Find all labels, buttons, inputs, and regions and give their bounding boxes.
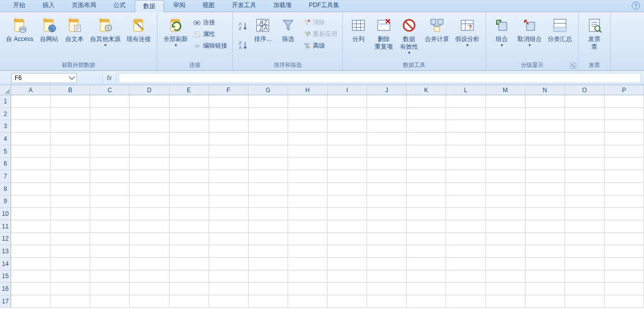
- cell-F10[interactable]: [209, 208, 249, 220]
- tab-2[interactable]: 页面布局: [64, 0, 104, 12]
- tab-5[interactable]: 审阅: [165, 0, 193, 12]
- cell-G6[interactable]: [249, 158, 288, 170]
- cell-L9[interactable]: [446, 196, 486, 208]
- row-header-9[interactable]: 9: [0, 196, 11, 208]
- cell-O11[interactable]: [565, 220, 605, 233]
- cell-M17[interactable]: [486, 295, 526, 308]
- connections-button[interactable]: 连接: [191, 17, 229, 28]
- cell-J15[interactable]: [367, 271, 407, 283]
- cell-N2[interactable]: [526, 108, 565, 121]
- cell-K7[interactable]: [407, 170, 446, 183]
- cell-D13[interactable]: [130, 245, 169, 258]
- cell-F7[interactable]: [209, 170, 249, 183]
- cell-K1[interactable]: [407, 95, 446, 108]
- cell-E12[interactable]: [170, 233, 209, 246]
- sort-az-button[interactable]: AZ: [237, 20, 249, 32]
- cell-C4[interactable]: [90, 133, 130, 145]
- cell-B4[interactable]: [51, 133, 90, 145]
- cell-C12[interactable]: [90, 233, 130, 246]
- cell-K11[interactable]: [407, 220, 446, 233]
- cell-K6[interactable]: [407, 158, 446, 170]
- cell-C9[interactable]: [90, 196, 130, 208]
- cell-B6[interactable]: [51, 158, 90, 170]
- cell-M2[interactable]: [486, 108, 526, 121]
- cell-P1[interactable]: [605, 95, 644, 108]
- cell-F12[interactable]: [209, 233, 249, 246]
- cell-L17[interactable]: [446, 295, 486, 308]
- data-validation-button[interactable]: 数据有效性▾: [396, 14, 422, 55]
- cell-M1[interactable]: [486, 95, 526, 108]
- cell-J5[interactable]: [367, 145, 407, 158]
- cell-L11[interactable]: [446, 220, 486, 233]
- group-button[interactable]: 组合▾: [489, 14, 514, 47]
- cell-I1[interactable]: [328, 95, 367, 108]
- cell-H2[interactable]: [288, 108, 328, 121]
- column-header-E[interactable]: E: [170, 85, 209, 95]
- cell-F17[interactable]: [209, 295, 249, 308]
- cell-K14[interactable]: [407, 258, 446, 271]
- cell-O7[interactable]: [565, 170, 605, 183]
- cell-A13[interactable]: [11, 245, 51, 258]
- row-header-15[interactable]: 15: [0, 271, 11, 283]
- cell-H13[interactable]: [288, 245, 328, 258]
- cell-O4[interactable]: [565, 133, 605, 145]
- cell-B13[interactable]: [51, 245, 90, 258]
- dialog-launcher-icon[interactable]: [570, 63, 576, 69]
- cell-L10[interactable]: [446, 208, 486, 220]
- cell-I2[interactable]: [328, 108, 367, 121]
- column-header-O[interactable]: O: [565, 85, 605, 95]
- column-header-G[interactable]: G: [249, 85, 288, 95]
- cell-B16[interactable]: [51, 283, 90, 295]
- filter-button[interactable]: 筛选: [275, 14, 301, 43]
- cell-E9[interactable]: [170, 196, 209, 208]
- cell-G13[interactable]: [249, 245, 288, 258]
- cell-J3[interactable]: [367, 120, 407, 133]
- cell-M14[interactable]: [486, 258, 526, 271]
- cell-F6[interactable]: [209, 158, 249, 170]
- column-header-B[interactable]: B: [51, 85, 90, 95]
- column-header-A[interactable]: A: [11, 85, 51, 95]
- cell-J11[interactable]: [367, 220, 407, 233]
- column-header-H[interactable]: H: [288, 85, 328, 95]
- cell-H6[interactable]: [288, 158, 328, 170]
- cell-E7[interactable]: [170, 170, 209, 183]
- cell-G1[interactable]: [249, 95, 288, 108]
- cell-A7[interactable]: [11, 170, 51, 183]
- cell-M3[interactable]: [486, 120, 526, 133]
- cell-F4[interactable]: [209, 133, 249, 145]
- cell-B14[interactable]: [51, 258, 90, 271]
- cell-A17[interactable]: [11, 295, 51, 308]
- cell-N14[interactable]: [526, 258, 565, 271]
- cell-I14[interactable]: [328, 258, 367, 271]
- cell-L8[interactable]: [446, 183, 486, 196]
- cells-area[interactable]: [11, 95, 644, 308]
- cell-G3[interactable]: [249, 120, 288, 133]
- cell-G16[interactable]: [249, 283, 288, 295]
- cell-F16[interactable]: [209, 283, 249, 295]
- cell-C1[interactable]: [90, 95, 130, 108]
- cell-L1[interactable]: [446, 95, 486, 108]
- cell-P8[interactable]: [605, 183, 644, 196]
- cell-H7[interactable]: [288, 170, 328, 183]
- cell-O13[interactable]: [565, 245, 605, 258]
- cell-I7[interactable]: [328, 170, 367, 183]
- cell-J4[interactable]: [367, 133, 407, 145]
- cell-O8[interactable]: [565, 183, 605, 196]
- invoice-check-button[interactable]: 发票查: [582, 14, 607, 51]
- cell-I3[interactable]: [328, 120, 367, 133]
- cell-C7[interactable]: [90, 170, 130, 183]
- column-header-C[interactable]: C: [90, 85, 130, 95]
- cell-B5[interactable]: [51, 145, 90, 158]
- row-header-14[interactable]: 14: [0, 258, 11, 271]
- cell-D4[interactable]: [130, 133, 169, 145]
- properties-button[interactable]: 属性: [191, 29, 229, 40]
- cell-B8[interactable]: [51, 183, 90, 196]
- cell-A12[interactable]: [11, 233, 51, 246]
- cell-P5[interactable]: [605, 145, 644, 158]
- cell-D9[interactable]: [130, 196, 169, 208]
- cell-P3[interactable]: [605, 120, 644, 133]
- edit-links-button[interactable]: 编辑链接: [191, 41, 229, 51]
- cell-B10[interactable]: [51, 208, 90, 220]
- cell-E13[interactable]: [170, 245, 209, 258]
- cell-L4[interactable]: [446, 133, 486, 145]
